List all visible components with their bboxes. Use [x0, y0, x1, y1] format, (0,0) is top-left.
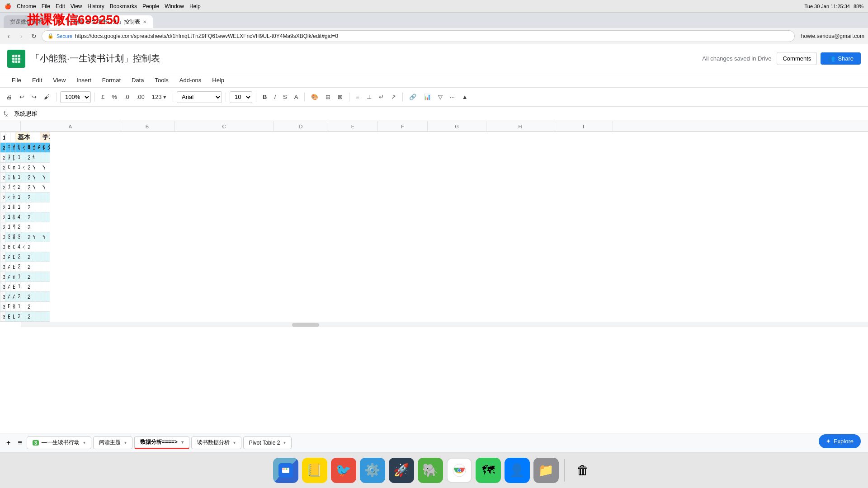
cell-35e[interactable]: 2000	[25, 282, 30, 292]
cell-29a[interactable]: 1988：我想和这个世界谈谈	[5, 222, 10, 232]
dock-trash[interactable]: 🗑	[570, 458, 595, 483]
cell-35d[interactable]	[20, 282, 25, 292]
print-button[interactable]: 🖨	[4, 91, 15, 103]
cell-30i[interactable]	[45, 232, 50, 242]
cell-37d[interactable]	[20, 302, 25, 312]
cell-23c[interactable]: 140 - Development | 自我管理 ▾	[15, 163, 20, 173]
dock-stickies[interactable]: 📒	[302, 458, 327, 483]
forward-button[interactable]: ›	[16, 31, 26, 41]
menu-data[interactable]: Data	[127, 75, 148, 85]
sheet-tab-2[interactable]: 阅读主题 ▾	[93, 436, 132, 449]
filter-button[interactable]: ▽	[435, 91, 445, 103]
cell-23g[interactable]	[35, 163, 40, 173]
cell-34b[interactable]: misc	[10, 272, 15, 282]
cell-34g[interactable]	[35, 272, 40, 282]
cell-37e[interactable]: 2000	[25, 302, 30, 312]
cell-33i[interactable]	[45, 262, 50, 272]
cell-36f[interactable]	[30, 292, 35, 302]
insert-chart-button[interactable]: 📊	[421, 91, 434, 103]
borders-button[interactable]: ⊞	[323, 91, 333, 103]
menu-format[interactable]: Format	[98, 75, 125, 85]
cell-30h[interactable]: Y	[40, 232, 45, 242]
col-h-e[interactable]: 时间 - 首读 ▾	[25, 143, 30, 153]
cell-27e[interactable]: 2000	[25, 202, 30, 212]
cell-33c[interactable]: 280 - Social | 人文社科 ▾	[15, 262, 20, 272]
cell-27a[interactable]: 1929年大崩盘	[5, 202, 10, 212]
menu-tools[interactable]: Tools	[150, 75, 173, 85]
redo-button[interactable]: ↪	[29, 91, 39, 103]
cell-25a[interactable]: 九败一胜：美团创始人王兴创	[5, 183, 10, 192]
cell-30d[interactable]	[20, 232, 25, 242]
col-h-h[interactable]: 体系 - 思维导图？ ▾	[40, 143, 45, 153]
cell-30c[interactable]: 310 - Baby Caring | 育儿 ▾	[15, 232, 20, 242]
align-button[interactable]: ≡	[353, 91, 362, 103]
cell-32h[interactable]	[40, 252, 45, 262]
cell-22d[interactable]	[20, 153, 25, 163]
cell-26c[interactable]: 130 - Learning | 学习&教育 ▾	[15, 192, 20, 202]
dock-workflow[interactable]: ⚙️	[360, 458, 385, 483]
col-header-g[interactable]: G	[428, 121, 486, 132]
cell-27c[interactable]: 190 - CPA | 财务审计 ▾	[15, 202, 20, 212]
cell-36g[interactable]	[35, 292, 40, 302]
file-menu[interactable]: File	[42, 3, 50, 9]
reload-button[interactable]: ↻	[29, 31, 39, 41]
percent-button[interactable]: %	[109, 91, 120, 103]
menu-view[interactable]: View	[48, 75, 70, 85]
cell-1g[interactable]	[35, 132, 40, 143]
cell-31b[interactable]: Craig Wright	[10, 242, 15, 252]
apple-menu[interactable]: 🍎	[5, 3, 11, 9]
col-h-i[interactable]: 分享 - 口头费量？	[45, 143, 50, 153]
help-menu[interactable]: Help	[189, 3, 201, 9]
window-menu[interactable]: Window	[165, 3, 184, 9]
cell-38d[interactable]	[20, 312, 25, 322]
people-menu[interactable]: People	[142, 3, 159, 9]
font-size-select[interactable]: 10	[230, 91, 252, 103]
undo-button[interactable]: ↩	[17, 91, 27, 103]
cell-32a[interactable]: A Brief History of Neoliberali	[5, 252, 10, 262]
dock-angry-birds[interactable]: 🐦	[331, 458, 356, 483]
cell-25g[interactable]	[35, 183, 40, 192]
dock-evernote[interactable]: 🐘	[418, 458, 443, 483]
cell-31f[interactable]	[30, 242, 35, 252]
cell-23e[interactable]: 2000	[25, 163, 30, 173]
cell-23a[interactable]: Google时代的工作方法	[5, 163, 10, 173]
add-sheet-button[interactable]: +	[4, 439, 13, 447]
cell-22h[interactable]	[40, 153, 45, 163]
cell-24e[interactable]: 2000	[25, 173, 30, 183]
cell-38b[interactable]: Leonard Cohen	[10, 312, 15, 322]
text-rotate-button[interactable]: ↗	[388, 91, 399, 103]
menu-addons[interactable]: Add-ons	[175, 75, 206, 85]
cell-34i[interactable]	[45, 272, 50, 282]
menu-help[interactable]: Help	[208, 75, 229, 85]
col-h-g[interactable]: Anki卡片？ ▾	[35, 143, 40, 153]
cell-23f[interactable]: Y	[30, 163, 35, 173]
dock-maps[interactable]: 🗺	[476, 458, 501, 483]
cell-36a[interactable]: American Accent Training : A	[5, 292, 10, 302]
cell-28e[interactable]: 2000	[25, 212, 30, 222]
cell-35h[interactable]	[40, 282, 45, 292]
cell-24a[interactable]: 这样读书就够了：拆书帮职场	[5, 173, 10, 183]
cell-38e[interactable]: 2000	[25, 312, 30, 322]
cell-24d[interactable]	[20, 173, 25, 183]
cell-29i[interactable]	[45, 222, 50, 232]
share-button[interactable]: 👥 Share	[821, 52, 861, 65]
cell-26a[interactable]: 小说课2：偷故事的人	[5, 192, 10, 202]
cell-28h[interactable]	[40, 212, 45, 222]
cell-37f[interactable]	[30, 302, 35, 312]
cell-29c[interactable]: 240 - Literature | 文学 ▾	[15, 222, 20, 232]
more-button[interactable]: ···	[447, 91, 458, 103]
cell-34e[interactable]: 2000	[25, 272, 30, 282]
cell-30a[interactable]: 3岁决定孩子的一生	[5, 232, 10, 242]
cell-33h[interactable]	[40, 262, 45, 272]
edit-menu[interactable]: Edit	[56, 3, 65, 9]
cell-32f[interactable]	[30, 252, 35, 262]
text-color-button[interactable]: A	[292, 91, 301, 103]
col-header-e[interactable]: E	[328, 121, 378, 132]
cell-29h[interactable]	[40, 222, 45, 232]
cell-24i[interactable]	[45, 173, 50, 183]
cell-1a[interactable]	[5, 132, 10, 143]
col-h-d[interactable]: 小能熊评级 ▾	[20, 143, 25, 153]
cell-34a[interactable]: A Whole New Mind	[5, 272, 10, 282]
col-header-d[interactable]: D	[274, 121, 328, 132]
cell-33g[interactable]	[35, 262, 40, 272]
